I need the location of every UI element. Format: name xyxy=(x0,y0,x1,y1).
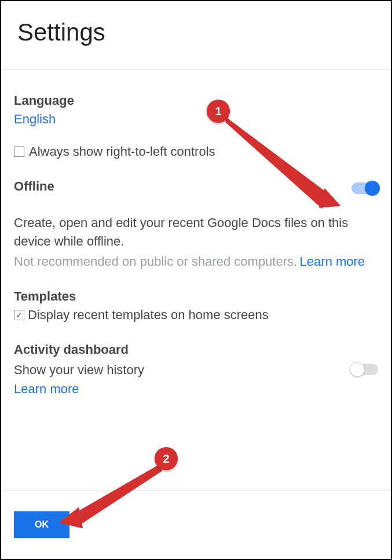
templates-checkbox-label: Display recent templates on home screens xyxy=(28,308,269,323)
toggle-knob-icon xyxy=(350,362,365,377)
activity-toggle[interactable] xyxy=(351,364,378,375)
language-value-link[interactable]: English xyxy=(14,112,56,126)
settings-content: Language English Always show right-to-le… xyxy=(1,70,391,434)
templates-heading: Templates xyxy=(14,289,378,304)
activity-left: Activity dashboard Show your view histor… xyxy=(14,342,144,397)
dialog-footer: OK xyxy=(1,490,391,559)
templates-checkbox-row: Display recent templates on home screens xyxy=(14,308,378,323)
offline-heading-row: Offline xyxy=(14,179,378,197)
activity-heading: Activity dashboard xyxy=(14,342,144,357)
settings-header: Settings xyxy=(1,1,391,69)
page-title: Settings xyxy=(17,19,375,46)
offline-toggle[interactable] xyxy=(351,182,378,194)
offline-learn-more-link[interactable]: Learn more xyxy=(300,254,365,269)
offline-description: Create, open and edit your recent Google… xyxy=(14,214,378,251)
rtl-checkbox-label: Always show right-to-left controls xyxy=(29,144,215,159)
offline-section: Offline Create, open and edit your recen… xyxy=(14,179,378,269)
templates-section: Templates Display recent templates on ho… xyxy=(14,289,378,323)
language-section: Language English Always show right-to-le… xyxy=(14,93,378,159)
activity-row: Activity dashboard Show your view histor… xyxy=(14,342,378,397)
language-heading: Language xyxy=(14,93,378,108)
activity-section: Activity dashboard Show your view histor… xyxy=(14,342,378,397)
activity-learn-more-link[interactable]: Learn more xyxy=(14,382,144,397)
offline-note: Not recommended on public or shared comp… xyxy=(14,254,297,269)
rtl-checkbox-row: Always show right-to-left controls xyxy=(14,144,378,159)
offline-heading: Offline xyxy=(14,179,54,194)
ok-button[interactable]: OK xyxy=(14,511,69,538)
annotation-badge-1: 1 xyxy=(207,100,230,123)
templates-checkbox[interactable] xyxy=(14,310,24,320)
annotation-badge-2: 2 xyxy=(155,447,178,470)
toggle-knob-icon xyxy=(365,181,380,196)
offline-note-line: Not recommended on public or shared comp… xyxy=(14,254,378,269)
activity-label: Show your view history xyxy=(14,361,144,379)
rtl-checkbox[interactable] xyxy=(14,147,24,157)
